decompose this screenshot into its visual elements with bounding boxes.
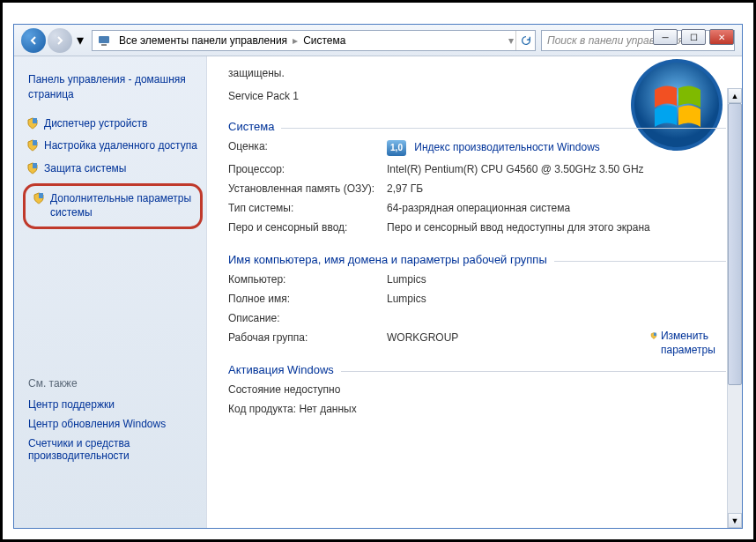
ram-value: 2,97 ГБ <box>387 182 726 195</box>
breadcrumb-seg2[interactable]: Система <box>300 34 349 47</box>
refresh-button[interactable] <box>515 31 535 50</box>
product-id: Код продукта: Нет данных <box>228 403 357 415</box>
see-also-head: См. также <box>28 377 206 395</box>
type-label: Тип системы: <box>228 202 387 214</box>
section-system: Система <box>228 120 726 133</box>
section-computer-name: Имя компьютера, имя домена и параметры р… <box>228 253 726 266</box>
svg-rect-0 <box>99 36 109 43</box>
scrollbar[interactable]: ▲ ▼ <box>727 88 742 528</box>
rating-badge: 1,0 <box>387 140 406 156</box>
windows-logo-icon <box>624 56 730 162</box>
nav-history-dropdown[interactable]: ▾ <box>74 32 86 48</box>
full-label: Полное имя: <box>228 293 387 305</box>
rating-label: Оценка: <box>228 140 387 156</box>
shield-icon <box>26 162 39 174</box>
computer-label: Компьютер: <box>228 273 387 286</box>
svg-rect-4 <box>33 163 37 168</box>
svg-rect-1 <box>101 44 107 46</box>
see-also-perf[interactable]: Счетчики и средства производительности <box>28 434 206 465</box>
scroll-thumb[interactable] <box>728 103 742 385</box>
cpu-label: Процессор: <box>228 163 387 175</box>
main-panel: защищены. Service Pack 1 Система Оценка:… <box>206 56 742 528</box>
type-value: 64-разрядная операционная система <box>387 202 726 214</box>
cpu-value: Intel(R) Pentium(R) CPU G4560 @ 3.50GHz … <box>387 163 726 175</box>
navbar: ▾ Все элементы панели управления ▸ Систе… <box>14 25 742 56</box>
workgroup-label: Рабочая группа: <box>228 331 387 344</box>
desc-value <box>387 312 726 324</box>
maximize-button[interactable]: ☐ <box>681 29 706 45</box>
refresh-icon <box>520 34 532 47</box>
sidebar-remote[interactable]: Настройка удаленного доступа <box>21 135 206 158</box>
see-also-windows-update[interactable]: Центр обновления Windows <box>28 414 206 434</box>
chevron-down-icon[interactable]: ▾ <box>507 34 515 47</box>
sidebar-advanced-highlight: Дополнительные параметры системы <box>23 183 203 228</box>
svg-rect-3 <box>33 140 37 145</box>
see-also-action-center[interactable]: Центр поддержки <box>28 395 206 414</box>
ram-label: Установленная память (ОЗУ): <box>228 182 387 195</box>
svg-rect-2 <box>33 118 37 123</box>
chevron-right-icon: ▸ <box>291 34 300 47</box>
see-also: См. также Центр поддержки Центр обновлен… <box>21 377 206 465</box>
cp-home-link[interactable]: Панель управления - домашняя страница <box>21 67 206 113</box>
rating-link[interactable]: Индекс производительности Windows <box>414 141 599 153</box>
shield-icon <box>650 330 657 342</box>
computer-icon <box>96 33 112 48</box>
pen-label: Перо и сенсорный ввод: <box>228 221 387 234</box>
shield-icon <box>33 192 45 204</box>
arrow-right-icon <box>55 35 65 46</box>
scroll-down-button[interactable]: ▼ <box>728 513 742 528</box>
shield-icon <box>26 139 39 152</box>
pen-value: Перо и сенсорный ввод недоступны для это… <box>387 221 726 234</box>
activation-status: Состояние недоступно <box>228 383 340 396</box>
sidebar-protection[interactable]: Защита системы <box>21 158 206 181</box>
arrow-left-icon <box>28 35 39 46</box>
breadcrumb-seg1[interactable]: Все элементы панели управления <box>115 34 291 47</box>
address-bar[interactable]: Все элементы панели управления ▸ Система… <box>92 30 536 51</box>
svg-rect-5 <box>39 193 43 198</box>
svg-rect-8 <box>654 333 656 336</box>
computer-value: Lumpics <box>387 273 726 286</box>
desc-label: Описание: <box>228 312 387 324</box>
change-settings-link[interactable]: Изменить параметры <box>650 330 721 357</box>
sidebar: Панель управления - домашняя страница Ди… <box>14 56 206 528</box>
close-button[interactable]: ✕ <box>709 29 734 45</box>
forward-button[interactable] <box>48 28 72 53</box>
scroll-up-button[interactable]: ▲ <box>728 88 742 103</box>
sidebar-device-manager[interactable]: Диспетчер устройств <box>21 113 206 136</box>
shield-icon <box>26 117 39 130</box>
sidebar-advanced[interactable]: Дополнительные параметры системы <box>27 188 198 224</box>
back-button[interactable] <box>21 28 46 53</box>
section-activation: Активация Windows <box>228 363 726 376</box>
minimize-button[interactable]: ─ <box>653 29 678 45</box>
full-value: Lumpics <box>387 293 726 305</box>
